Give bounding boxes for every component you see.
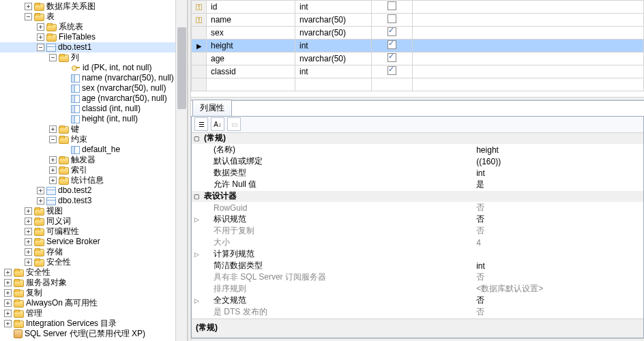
tree-node[interactable]: classid (int, null) <box>0 104 187 114</box>
allow-nulls-checkbox[interactable] <box>387 53 396 62</box>
property-value[interactable]: 是 <box>472 179 643 190</box>
tree-node[interactable]: 统计信息 <box>0 175 187 186</box>
property-row[interactable]: 具有非 SQL Server 订阅服务器否 <box>192 272 643 284</box>
column-type-cell[interactable]: int <box>295 1 372 14</box>
tree-node[interactable]: sex (nvarchar(50), null) <box>0 83 187 93</box>
column-type-cell[interactable]: nvarchar(50) <box>295 27 372 40</box>
property-value[interactable]: 否 <box>472 295 643 306</box>
expand-icon[interactable] <box>37 187 44 194</box>
tree-scroll-thumb[interactable] <box>177 27 186 109</box>
tree-node[interactable]: height (int, null) <box>0 114 187 124</box>
tree-node[interactable]: dbo.test2 <box>0 186 187 196</box>
allow-nulls-checkbox[interactable] <box>387 27 396 36</box>
row-header[interactable] <box>192 53 207 65</box>
allow-nulls-cell[interactable] <box>372 40 413 53</box>
expand-toggle-icon[interactable]: ▢ <box>192 193 201 200</box>
row-header[interactable]: ▶ <box>192 40 207 53</box>
collapse-icon[interactable] <box>37 44 44 51</box>
property-value[interactable]: ((160)) <box>472 157 643 166</box>
tree-node[interactable]: dbo.test1 <box>0 42 187 53</box>
expand-toggle-icon[interactable]: ▷ <box>192 297 201 304</box>
column-type-cell[interactable]: nvarchar(50) <box>295 53 372 65</box>
tree-node[interactable]: 视图 <box>0 206 187 216</box>
column-name-cell[interactable]: sex <box>207 27 295 40</box>
property-row[interactable]: ▷标识规范否 <box>192 214 643 226</box>
column-type-cell[interactable] <box>295 78 372 91</box>
tree-node[interactable]: FileTables <box>0 32 187 42</box>
allow-nulls-checkbox[interactable] <box>387 66 396 75</box>
tree-node[interactable]: name (nvarchar(50), null) <box>0 73 187 83</box>
expand-toggle-icon[interactable]: ▷ <box>192 251 201 258</box>
expand-icon[interactable] <box>25 228 32 235</box>
row-header[interactable] <box>192 78 207 91</box>
expand-icon[interactable] <box>49 166 57 174</box>
column-row[interactable]: ⚿namenvarchar(50) <box>192 14 644 27</box>
expand-icon[interactable] <box>37 23 44 31</box>
splitter-vertical[interactable] <box>188 0 191 341</box>
row-header[interactable] <box>192 65 207 78</box>
expand-icon[interactable] <box>37 33 44 41</box>
tree-node[interactable]: Integration Services 目录 <box>0 318 187 329</box>
expand-toggle-icon[interactable]: ▢ <box>192 135 201 142</box>
tree-node[interactable]: 约束 <box>0 134 187 145</box>
property-row[interactable]: ▷全文规范否 <box>192 295 643 307</box>
sort-button[interactable]: A↓ <box>211 117 224 131</box>
column-row[interactable] <box>192 78 644 91</box>
pages-button[interactable]: ▭ <box>227 117 241 131</box>
property-value[interactable]: int <box>472 261 643 271</box>
collapse-icon[interactable] <box>49 136 57 143</box>
property-value[interactable]: 否 <box>472 213 643 225</box>
tree-node[interactable]: AlwaysOn 高可用性 <box>0 298 187 308</box>
expand-icon[interactable] <box>25 3 32 10</box>
column-name-cell[interactable]: id <box>207 1 295 14</box>
tree-node[interactable]: 管理 <box>0 308 187 318</box>
expand-icon[interactable] <box>4 299 12 307</box>
column-name-cell[interactable]: classid <box>207 65 295 78</box>
column-row[interactable]: classidint <box>192 65 644 78</box>
tab-column-properties[interactable]: 列属性 <box>192 100 232 116</box>
column-row[interactable]: agenvarchar(50) <box>192 53 644 65</box>
tree-node[interactable]: Service Broker <box>0 237 187 247</box>
expand-icon[interactable] <box>4 289 12 297</box>
expand-icon[interactable] <box>4 310 12 317</box>
allow-nulls-cell[interactable] <box>372 27 413 40</box>
tree-node[interactable]: 数据库关系图 <box>0 1 187 12</box>
collapse-icon[interactable] <box>25 13 32 20</box>
properties-list[interactable]: ▢(常规)(名称)height默认值或绑定((160))数据类型int允许 Nu… <box>192 133 643 318</box>
object-explorer[interactable]: 数据库关系图表系统表FileTablesdbo.test1列id (PK, in… <box>0 0 188 341</box>
tree-node[interactable]: 服务器对象 <box>0 278 187 288</box>
property-row[interactable]: 不用于复制否 <box>192 226 643 237</box>
tree-node[interactable]: 复制 <box>0 288 187 298</box>
expand-icon[interactable] <box>25 258 32 266</box>
property-row[interactable]: 允许 Null 值是 <box>192 179 643 191</box>
tree-node[interactable]: 同义词 <box>0 216 187 226</box>
expand-icon[interactable] <box>25 238 32 246</box>
expand-toggle-icon[interactable]: ▷ <box>192 216 201 223</box>
columns-grid[interactable]: ⚿idint⚿namenvarchar(50)sexnvarchar(50)▶h… <box>191 0 644 97</box>
tree-node[interactable]: 索引 <box>0 165 187 175</box>
tree-node[interactable]: SQL Server 代理(已禁用代理 XP) <box>0 329 187 339</box>
property-row[interactable]: 默认值或绑定((160)) <box>192 156 643 168</box>
expand-icon[interactable] <box>4 269 12 276</box>
column-row[interactable]: ⚿idint <box>192 1 644 14</box>
property-row[interactable]: 大小4 <box>192 237 643 249</box>
tree-node[interactable]: 系统表 <box>0 22 187 32</box>
tree-node[interactable]: 存储 <box>0 247 187 257</box>
property-row[interactable]: 简洁数据类型int <box>192 261 643 272</box>
expand-icon[interactable] <box>4 320 12 327</box>
property-row[interactable]: 数据类型int <box>192 168 643 179</box>
tree-node[interactable]: dbo.test3 <box>0 196 187 206</box>
property-category[interactable]: ▢表设计器 <box>192 191 643 203</box>
row-header[interactable]: ⚿ <box>192 14 207 27</box>
expand-icon[interactable] <box>49 125 57 133</box>
allow-nulls-checkbox[interactable] <box>387 14 396 23</box>
tree-scrollbar[interactable] <box>175 0 187 341</box>
tree-node[interactable]: 表 <box>0 12 187 22</box>
property-value[interactable]: 4 <box>472 238 643 248</box>
property-row[interactable]: (名称)height <box>192 145 643 156</box>
allow-nulls-cell[interactable] <box>372 78 413 91</box>
property-row[interactable]: ▷计算列规范 <box>192 249 643 261</box>
column-row[interactable]: ▶heightint <box>192 40 644 53</box>
tree-node[interactable]: 列 <box>0 53 187 63</box>
tree-node[interactable]: id (PK, int, not null) <box>0 63 187 73</box>
